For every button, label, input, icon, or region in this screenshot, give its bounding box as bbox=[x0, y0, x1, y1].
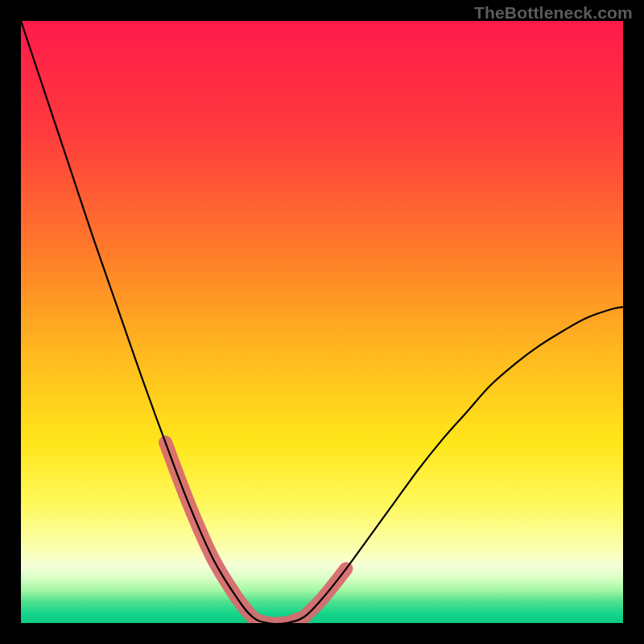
plot-area bbox=[21, 21, 623, 623]
chart-svg bbox=[21, 21, 623, 623]
gradient-background bbox=[21, 21, 623, 623]
watermark-text: TheBottleneck.com bbox=[474, 3, 633, 23]
chart-stage: TheBottleneck.com bbox=[0, 0, 644, 644]
